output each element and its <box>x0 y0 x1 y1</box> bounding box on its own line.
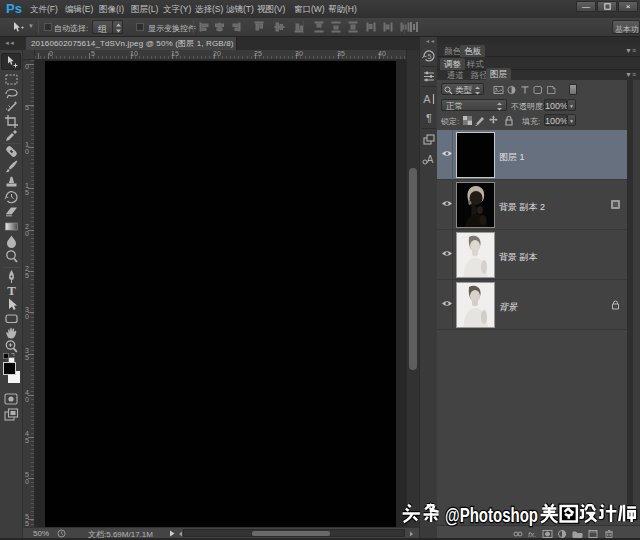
svg-text:A: A <box>427 154 434 165</box>
svg-text:5: 5 <box>428 53 432 60</box>
svg-text:A: A <box>423 93 431 105</box>
svg-text:@Photoshop: @Photoshop <box>445 503 538 526</box>
svg-text:T: T <box>7 283 16 298</box>
svg-text:¶: ¶ <box>426 112 432 124</box>
